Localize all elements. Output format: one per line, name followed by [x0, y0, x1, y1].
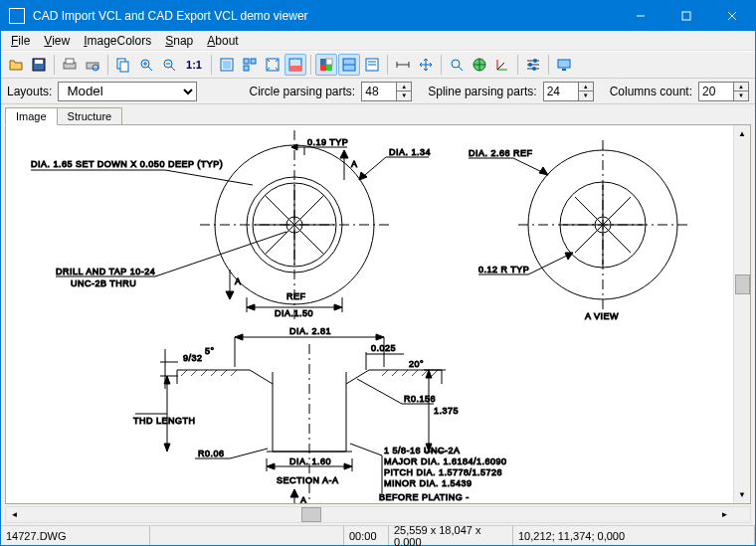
svg-text:DIA. 1.34: DIA. 1.34	[389, 147, 431, 157]
options-icon[interactable]	[522, 54, 544, 76]
tab-image[interactable]: Image	[5, 107, 58, 125]
svg-text:9/32: 9/32	[183, 353, 203, 363]
svg-line-13	[148, 67, 152, 71]
menu-about[interactable]: About	[201, 33, 244, 49]
svg-line-119	[221, 370, 227, 376]
columns-count-spinner[interactable]: ▲▼	[734, 82, 749, 101]
drawing-canvas[interactable]: A A DIA. 1.65 SET DOWN X 0.050 DEEP (TYP…	[6, 125, 733, 503]
svg-line-126	[432, 370, 438, 376]
zoom-in-icon[interactable]	[135, 54, 157, 76]
close-button[interactable]	[709, 1, 755, 31]
svg-rect-52	[562, 69, 566, 71]
svg-line-116	[191, 370, 197, 376]
svg-text:20°: 20°	[409, 359, 424, 369]
zoom-out-icon[interactable]	[158, 54, 180, 76]
minimize-button[interactable]	[618, 1, 663, 31]
save-icon[interactable]	[28, 54, 50, 76]
svg-rect-30	[326, 65, 332, 71]
content-area: A A DIA. 1.65 SET DOWN X 0.050 DEEP (TYP…	[5, 124, 751, 504]
svg-line-120	[231, 370, 237, 376]
svg-text:A VIEW: A VIEW	[585, 311, 619, 321]
svg-marker-140	[164, 444, 170, 452]
axis-icon[interactable]	[491, 54, 513, 76]
svg-line-80	[155, 232, 286, 276]
menu-view[interactable]: View	[38, 33, 76, 49]
svg-line-121	[382, 370, 388, 376]
svg-text:THD LENGTH: THD LENGTH	[133, 416, 196, 426]
menu-file[interactable]: File	[5, 33, 36, 49]
svg-marker-131	[376, 334, 384, 340]
layouts-combo[interactable]: Model	[58, 82, 197, 101]
columns-count-label: Columns count:	[610, 85, 692, 98]
world-icon[interactable]	[469, 54, 490, 76]
svg-line-169	[350, 444, 382, 455]
properties-icon[interactable]	[361, 54, 383, 76]
print-preview-icon[interactable]	[82, 54, 103, 76]
svg-rect-51	[558, 60, 570, 68]
svg-marker-130	[235, 334, 243, 340]
dim-icon[interactable]	[392, 54, 414, 76]
svg-text:DIA.1.50: DIA.1.50	[275, 308, 313, 318]
copy-icon[interactable]	[112, 54, 134, 76]
svg-marker-64	[340, 150, 348, 158]
svg-line-123	[402, 370, 408, 376]
circle-parts-spinner[interactable]: ▲▼	[397, 82, 412, 101]
svg-text:UNC-2B THRU: UNC-2B THRU	[71, 278, 136, 288]
svg-rect-7	[66, 59, 74, 64]
zoom-100-icon[interactable]: 1:1	[181, 54, 207, 76]
fit-extents-icon[interactable]	[262, 54, 284, 76]
svg-rect-28	[326, 59, 332, 65]
svg-rect-11	[120, 62, 128, 72]
svg-rect-26	[289, 66, 301, 71]
app-window: CAD Import VCL and CAD Export VCL demo v…	[0, 0, 756, 546]
layouts-label: Layouts:	[7, 85, 52, 98]
colors-icon[interactable]	[315, 54, 337, 76]
svg-text:DIA. 2.81: DIA. 2.81	[289, 326, 331, 336]
svg-text:MAJOR DIA. 1.6184/1.6090: MAJOR DIA. 1.6184/1.6090	[384, 456, 507, 466]
svg-line-17	[171, 67, 175, 71]
tab-bar: Image Structure	[1, 104, 755, 124]
arrange-icon[interactable]	[239, 54, 261, 76]
monitor-icon[interactable]	[553, 54, 575, 76]
move-icon[interactable]	[415, 54, 437, 76]
toolbar: 1:1	[1, 51, 755, 79]
menu-bar: File View ImageColors Snap About	[1, 31, 755, 51]
svg-text:0.12 R TYP: 0.12 R TYP	[478, 265, 529, 274]
svg-text:1.375: 1.375	[434, 406, 459, 416]
spline-parts-label: Spline parsing parts:	[428, 85, 536, 98]
svg-text:DIA. 2.66 REF: DIA. 2.66 REF	[469, 148, 533, 158]
svg-rect-1	[682, 12, 690, 20]
spline-parts-input[interactable]	[543, 82, 579, 101]
svg-rect-22	[251, 59, 256, 64]
status-coords: 10,212; 11,374; 0,000	[513, 526, 755, 545]
spline-parts-spinner[interactable]: ▲▼	[579, 82, 594, 101]
open-icon[interactable]	[5, 54, 27, 76]
svg-text:R0.06: R0.06	[198, 449, 225, 458]
maximize-button[interactable]	[663, 1, 709, 31]
svg-marker-78	[359, 172, 367, 180]
vertical-scrollbar[interactable]: ▲ ▼	[733, 125, 750, 503]
circle-parts-input[interactable]	[361, 82, 397, 101]
svg-rect-27	[320, 59, 326, 65]
svg-line-143	[230, 449, 268, 458]
layers-icon[interactable]	[338, 54, 360, 76]
slide-icon[interactable]	[284, 54, 306, 76]
app-icon	[9, 8, 25, 24]
svg-rect-20	[223, 61, 231, 69]
columns-count-input[interactable]	[698, 82, 734, 101]
svg-line-115	[181, 370, 187, 376]
horizontal-scrollbar[interactable]: ◄ ►	[5, 506, 751, 523]
fit-window-icon[interactable]	[216, 54, 238, 76]
svg-point-39	[452, 60, 460, 68]
svg-marker-88	[334, 304, 342, 310]
status-dims: 25,559 x 18,047 x 0,000	[389, 526, 513, 545]
svg-line-117	[201, 370, 207, 376]
tab-structure[interactable]: Structure	[57, 107, 123, 125]
menu-imagecolors[interactable]: ImageColors	[78, 33, 157, 49]
svg-point-50	[532, 67, 536, 71]
svg-rect-5	[35, 60, 43, 64]
print-icon[interactable]	[59, 54, 81, 76]
search-icon[interactable]	[446, 54, 468, 76]
menu-snap[interactable]: Snap	[159, 33, 199, 49]
svg-text:A: A	[351, 159, 358, 169]
